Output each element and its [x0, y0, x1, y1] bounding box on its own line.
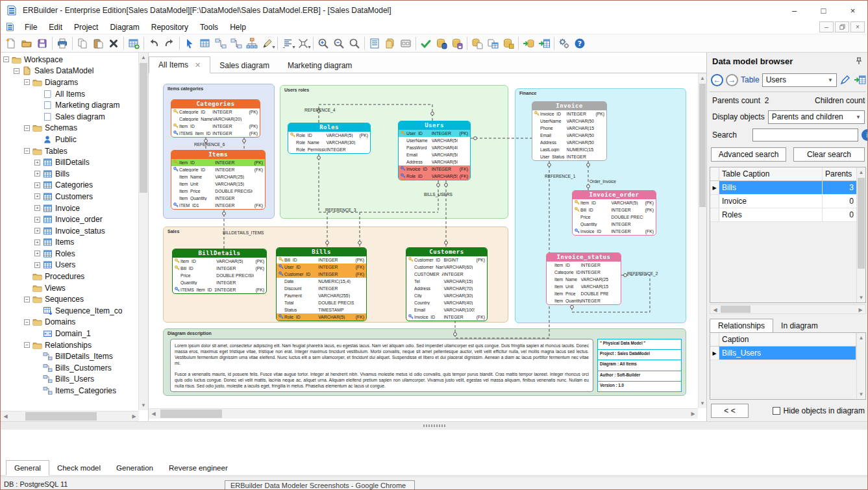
edit-pencil-icon[interactable] [839, 74, 851, 86]
tree-toggle[interactable]: − [24, 79, 30, 85]
zoom-icon[interactable] [347, 36, 362, 51]
tree-toggle[interactable]: − [24, 342, 30, 348]
new-model-icon[interactable] [3, 36, 19, 51]
scroll-down-arrow[interactable]: ▼ [857, 293, 865, 302]
generate-db-icon[interactable] [521, 36, 536, 51]
menu-tools[interactable]: Tools [194, 21, 224, 33]
tree-item-workspace[interactable]: −Workspace [1, 54, 138, 66]
menu-diagram[interactable]: Diagram [104, 21, 145, 33]
tree-item-sequences[interactable]: −Sequences [1, 293, 138, 305]
tree-item-procedures[interactable]: Procedures [1, 271, 138, 282]
canvas-horizontal-scrollbar[interactable]: ◀ ▶ [149, 408, 698, 419]
tree-toggle[interactable]: + [34, 205, 40, 211]
info-icon[interactable]: i [862, 129, 868, 141]
tree-item-sequence-item-co[interactable]: Sequence_Item_co [1, 305, 138, 317]
align-dropdown-icon[interactable]: ▼ [280, 36, 295, 51]
menu-repository[interactable]: Repository [145, 21, 194, 33]
tree-toggle[interactable]: − [24, 148, 30, 154]
scroll-left-arrow[interactable]: ◀ [1, 411, 10, 421]
entity-bills[interactable]: BillsBill_IDINTEGER(PK)User_IDINTEGER(FK… [276, 247, 367, 321]
tree-item-all-items[interactable]: All Items [1, 88, 138, 100]
column-header-parents[interactable]: Parents [823, 167, 856, 180]
bottom-tab-generation[interactable]: Generation [108, 461, 161, 475]
tree-item-roles[interactable]: +Roles [1, 248, 138, 260]
scroll-up-arrow[interactable]: ▲ [857, 333, 865, 343]
scroll-thumb[interactable] [858, 178, 865, 269]
table-row[interactable]: Roles0 [710, 208, 856, 222]
horizontal-splitter[interactable] [1, 421, 867, 430]
db-restore-icon[interactable] [434, 36, 449, 51]
scroll-thumb[interactable] [140, 63, 147, 193]
mdi-minimize-button[interactable]: – [819, 21, 834, 32]
tree-item-users[interactable]: +Users [1, 260, 138, 271]
collapse-panel-button[interactable]: < < [711, 404, 749, 418]
scroll-down-arrow[interactable]: ▼ [699, 398, 706, 408]
tab-close-icon[interactable]: ✕ [195, 61, 201, 69]
scroll-thumb[interactable] [721, 306, 750, 313]
delete-icon[interactable] [106, 36, 121, 51]
entity-customers[interactable]: CustomersCustomer_IDBIGINT(PK)Customer_N… [406, 247, 488, 321]
select-cursor-icon[interactable] [182, 36, 197, 51]
tree-toggle[interactable]: − [14, 68, 19, 74]
menu-project[interactable]: Project [68, 21, 104, 33]
tree-item-invoice[interactable]: +Invoice [1, 202, 138, 214]
entity-invoice_order[interactable]: Invoice_orderItem_IDVARCHAR(5)(PK)Bill_I… [572, 190, 656, 236]
entity-categories[interactable]: CategoriesCategorie_IDINTEGER(PK)Categor… [171, 99, 260, 138]
bottom-tab-general[interactable]: General [6, 460, 49, 476]
minimize-button[interactable]: – [780, 1, 809, 20]
checkbox[interactable] [773, 407, 780, 415]
entity-billdetails[interactable]: BillDetailsItem_IDVARCHAR(5)(PK)Bill_IDI… [172, 249, 267, 294]
tree-toggle[interactable]: + [34, 228, 40, 234]
entity-users[interactable]: UsersUser_IDINTEGER(PK)UserNameVARCHAR(5… [398, 121, 471, 180]
pen-dropdown-icon[interactable]: ▼ [260, 36, 275, 51]
tree-item-categories[interactable]: +Categories [1, 180, 138, 191]
hierarchy-icon[interactable] [244, 36, 260, 51]
entity-items[interactable]: ItemsItem_IDINTEGER(PK)Categorie_IDINTEG… [171, 150, 266, 210]
menu-help[interactable]: Help [224, 21, 252, 33]
add-table-icon[interactable] [126, 36, 142, 51]
table-row[interactable]: Invoice0 [710, 195, 856, 208]
bottom-tab-reverse-engineer[interactable]: Reverse engineer [161, 461, 236, 475]
relationship-row[interactable]: ▶Bills_Users [710, 347, 856, 360]
help-icon[interactable]: ? [572, 36, 588, 51]
verify-model-icon[interactable] [418, 36, 434, 51]
entity-invoice[interactable]: InvoiceInvoice_IDINTEGER(PK)UserNameVARC… [532, 101, 607, 161]
db-diagram-icon[interactable] [485, 36, 501, 51]
tree-item-items[interactable]: +Items [1, 237, 138, 249]
tree-toggle[interactable]: + [34, 217, 40, 223]
scroll-thumb[interactable] [25, 412, 97, 421]
clear-search-button[interactable]: Clear search [793, 147, 865, 162]
tree-toggle[interactable]: + [34, 182, 40, 188]
generate-table-icon[interactable] [536, 36, 552, 51]
tree-toggle[interactable]: − [24, 297, 30, 302]
column-header-caption[interactable]: Caption [719, 333, 856, 346]
menu-file[interactable]: File [19, 21, 43, 33]
tree-item-bills-customers[interactable]: Bills_Customers [1, 362, 138, 374]
table-row[interactable]: ▶Bills3 [710, 181, 856, 195]
tree-item-schemas[interactable]: −Schemas [1, 123, 138, 134]
diagram-tab-marketing-diagram[interactable]: Marketing diagram [279, 58, 361, 73]
db-save-icon[interactable] [449, 36, 465, 51]
close-button[interactable]: × [838, 1, 867, 20]
entity-roles[interactable]: RolesRole_IDVARCHAR(5)(PK)Role_NameVARCH… [288, 123, 371, 154]
tree-toggle[interactable]: + [34, 251, 40, 256]
mdi-close-button[interactable]: × [850, 21, 865, 32]
table-icon[interactable] [197, 36, 213, 51]
tree-item-invoice-status[interactable]: +Invoice_status [1, 225, 138, 237]
card-icon[interactable] [398, 36, 414, 51]
scroll-right-arrow[interactable]: ▶ [129, 411, 139, 421]
display-objects-select[interactable]: Parents and children ▼ [768, 110, 865, 124]
scroll-up-arrow[interactable]: ▲ [857, 167, 865, 177]
tree-item-public[interactable]: Public [1, 134, 138, 145]
zoom-out-icon[interactable] [331, 36, 347, 51]
grid-horizontal-scrollbar[interactable]: ◀ ▶ [710, 304, 866, 314]
nav-forward-button[interactable]: → [726, 74, 738, 86]
table-selector[interactable]: Users ▼ [762, 73, 837, 87]
tree-toggle[interactable]: + [34, 239, 40, 245]
settings-icon[interactable] [556, 36, 572, 51]
undo-icon[interactable] [146, 36, 162, 51]
chrome-taskbar-window[interactable]: ERBuilder Data Modeler Screenshots - Goo… [225, 480, 415, 490]
tree-toggle[interactable]: + [34, 171, 40, 177]
tree-item-diagrams[interactable]: −Diagrams [1, 77, 138, 88]
diagram-tab-all-items[interactable]: All Items✕ [149, 56, 210, 73]
